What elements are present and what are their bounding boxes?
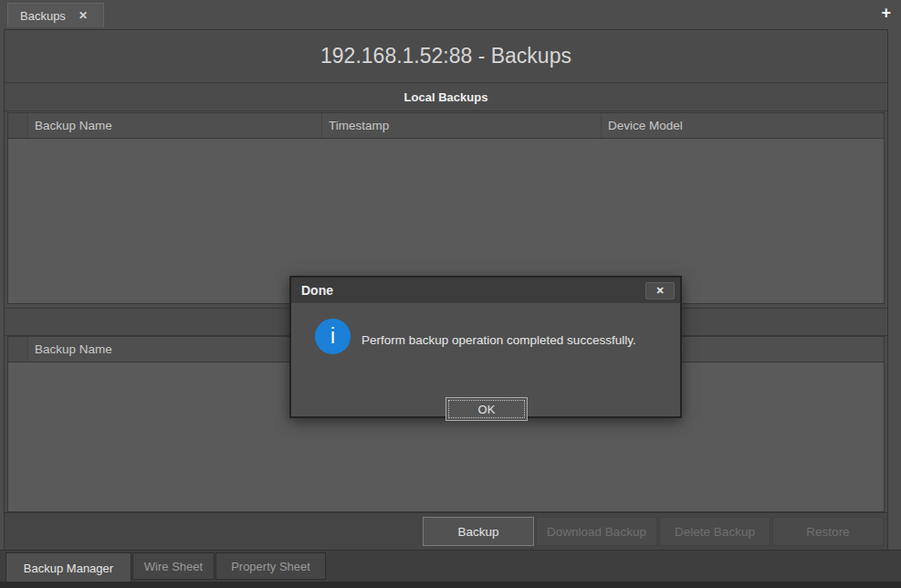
bottom-tab-bar: Backup Manager Wire Sheet Property Sheet: [0, 550, 901, 582]
ok-button-label: OK: [448, 400, 525, 418]
backup-button[interactable]: Backup: [423, 517, 534, 546]
app-window: Backups ✕ + 192.168.1.52:88 - Backups Lo…: [0, 0, 901, 588]
row-gutter: [8, 337, 28, 362]
local-backups-section-header: Local Backups: [5, 83, 887, 111]
info-icon: i: [315, 319, 351, 354]
add-tab-button[interactable]: +: [881, 5, 891, 21]
download-backup-button[interactable]: Download Backup: [536, 517, 657, 546]
done-dialog: Done ✕ i Perform backup operation comple…: [289, 276, 682, 418]
bottom-tab-wire-sheet[interactable]: Wire Sheet: [132, 552, 215, 580]
tab-close-icon[interactable]: ✕: [79, 9, 88, 22]
column-header-device-model[interactable]: Device Model: [602, 113, 884, 138]
bottom-tab-backup-manager[interactable]: Backup Manager: [5, 552, 131, 583]
tab-backups-label: Backups: [20, 9, 66, 23]
restore-button[interactable]: Restore: [772, 517, 884, 546]
column-header-timestamp[interactable]: Timestamp: [322, 113, 602, 138]
action-button-bar: Backup Download Backup Delete Backup Res…: [5, 512, 887, 550]
column-header-backup-name[interactable]: Backup Name: [28, 113, 322, 138]
bottom-tab-property-sheet[interactable]: Property Sheet: [215, 552, 326, 580]
delete-backup-button[interactable]: Delete Backup: [659, 517, 770, 546]
column-header-backup-name[interactable]: Backup Name: [28, 337, 322, 362]
row-gutter: [8, 113, 28, 138]
dialog-message: Perform backup operation completed succe…: [361, 333, 636, 347]
connection-title: 192.168.1.52:88 - Backups: [5, 30, 887, 83]
window-bottom-edge: [0, 582, 901, 588]
tab-backups[interactable]: Backups ✕: [7, 3, 104, 27]
dialog-title: Done: [301, 283, 645, 298]
dialog-title-bar: Done ✕: [291, 278, 680, 303]
top-tab-bar: Backups ✕ +: [0, 0, 901, 27]
ok-button[interactable]: OK: [445, 397, 528, 421]
dialog-body: i Perform backup operation completed suc…: [291, 303, 680, 416]
close-icon: ✕: [655, 285, 664, 297]
dialog-close-button[interactable]: ✕: [645, 282, 675, 299]
local-table-header-row: Backup Name Timestamp Device Model: [7, 112, 885, 139]
